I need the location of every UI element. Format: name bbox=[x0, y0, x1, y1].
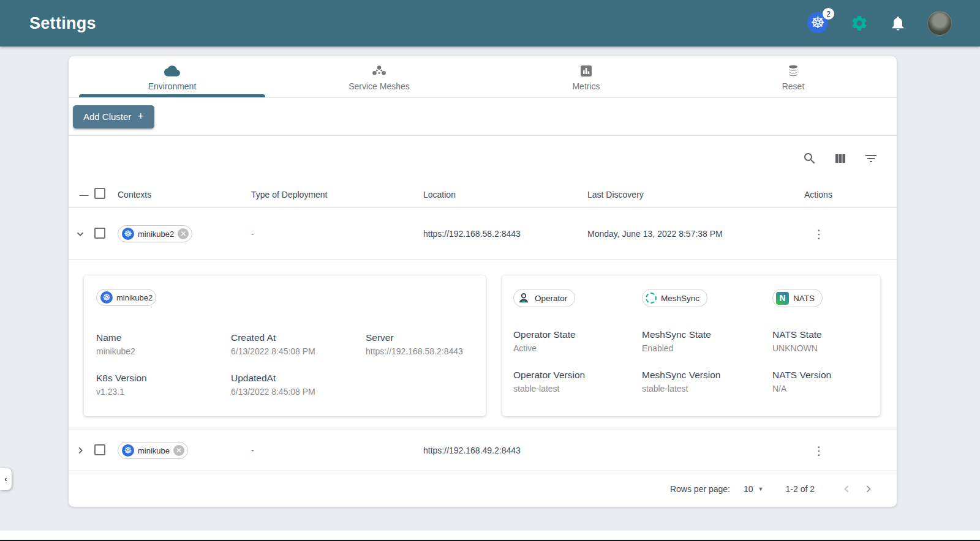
search-icon[interactable] bbox=[802, 151, 817, 166]
column-header-location[interactable]: Location bbox=[423, 190, 587, 200]
kubernetes-icon: ☸ bbox=[122, 228, 134, 240]
tab-label: Reset bbox=[782, 81, 805, 91]
context-chip[interactable]: ☸ minikube2 bbox=[96, 289, 156, 306]
notifications-bell-icon[interactable] bbox=[889, 15, 907, 32]
kubernetes-context-button[interactable]: ☸ 2 bbox=[807, 12, 829, 34]
detail-field-created-at: Created At 6/13/2022 8:45:08 PM bbox=[231, 332, 366, 356]
kubernetes-icon: ☸ bbox=[122, 444, 134, 457]
operator-chip[interactable]: Operator bbox=[513, 289, 575, 307]
column-header-last-discovery[interactable]: Last Discovery bbox=[587, 190, 804, 200]
next-page-button[interactable] bbox=[858, 478, 880, 500]
filter-icon[interactable] bbox=[864, 151, 878, 166]
tab-reset[interactable]: Reset bbox=[690, 56, 897, 97]
plus-icon: + bbox=[137, 110, 144, 123]
location-cell: https://192.168.58.2:8443 bbox=[423, 229, 587, 239]
settings-panel: Environment Service Meshes Metrics Reset… bbox=[69, 56, 897, 507]
tab-label: Service Meshes bbox=[349, 81, 410, 91]
select-all-checkbox[interactable] bbox=[94, 188, 105, 199]
active-tab-indicator bbox=[79, 94, 265, 97]
detail-field-k8s-version: K8s Version v1.23.1 bbox=[96, 373, 231, 397]
table-header-row: — Contexts Type of Deployment Location L… bbox=[69, 181, 897, 208]
deselect-all-icon[interactable]: — bbox=[74, 189, 94, 200]
row-checkbox[interactable] bbox=[94, 228, 105, 239]
user-avatar[interactable] bbox=[927, 11, 952, 35]
table-row: ☸ minikube2 ✕ - https://192.168.58.2:844… bbox=[69, 208, 897, 260]
table-toolbar bbox=[69, 136, 897, 181]
app-header: Settings ☸ 2 bbox=[0, 0, 980, 47]
pagination-range: 1-2 of 2 bbox=[786, 484, 815, 494]
column-header-actions: Actions bbox=[804, 190, 897, 200]
detail-field-meshsync-state: MeshSync State Enabled bbox=[642, 329, 772, 353]
detail-field-updated-at: UpdatedAt 6/13/2022 8:45:08 PM bbox=[231, 373, 366, 397]
database-icon bbox=[785, 63, 801, 79]
detail-field-nats-version: NATS Version N/A bbox=[772, 370, 869, 394]
tab-label: Environment bbox=[148, 81, 197, 91]
chevron-down-icon: ▼ bbox=[758, 486, 764, 492]
nats-logo-icon: N bbox=[776, 292, 789, 305]
context-chip[interactable]: ☸ minikube ✕ bbox=[118, 442, 188, 459]
detail-field-name: Name minikube2 bbox=[96, 332, 231, 356]
add-cluster-button[interactable]: Add Cluster + bbox=[73, 105, 154, 129]
row-actions-menu-icon[interactable]: ⋮ bbox=[812, 227, 826, 241]
type-of-deployment-cell: - bbox=[251, 229, 423, 239]
service-mesh-icon bbox=[371, 63, 387, 79]
meshsync-chip[interactable]: MeshSync bbox=[642, 289, 707, 307]
settings-gear-icon[interactable] bbox=[850, 14, 869, 32]
tab-environment[interactable]: Environment bbox=[69, 56, 276, 97]
bar-chart-icon bbox=[578, 63, 594, 79]
context-detail-card: ☸ minikube2 Name minikube2 Created At 6/… bbox=[84, 275, 486, 416]
column-header-contexts[interactable]: Contexts bbox=[118, 190, 251, 200]
detail-field-nats-state: NATS State UNKNOWN bbox=[772, 329, 869, 353]
detail-field-operator-state: Operator State Active bbox=[513, 329, 642, 353]
kubernetes-icon: ☸ bbox=[100, 291, 113, 304]
meshsync-dashed-circle-icon bbox=[646, 293, 657, 304]
row-actions-menu-icon[interactable]: ⋮ bbox=[812, 444, 826, 458]
expand-row-icon[interactable] bbox=[74, 444, 87, 457]
page-title: Settings bbox=[29, 14, 96, 33]
location-cell: https://192.168.49.2:8443 bbox=[423, 446, 587, 455]
chip-delete-icon[interactable]: ✕ bbox=[178, 228, 189, 239]
actions-bar: Add Cluster + bbox=[69, 98, 897, 136]
last-discovery-cell: Monday, June 13, 2022 8:57:38 PM bbox=[587, 229, 804, 239]
type-of-deployment-cell: - bbox=[251, 446, 423, 455]
table-row: ☸ minikube ✕ - https://192.168.49.2:8443… bbox=[69, 430, 897, 471]
detail-field-operator-version: Operator Version stable-latest bbox=[513, 370, 642, 394]
detail-field-meshsync-version: MeshSync Version stable-latest bbox=[642, 370, 772, 394]
tab-service-meshes[interactable]: Service Meshes bbox=[276, 56, 483, 97]
tab-metrics[interactable]: Metrics bbox=[483, 56, 690, 97]
chevron-left-icon: ‹ bbox=[5, 475, 7, 483]
rows-per-page-label: Rows per page: bbox=[670, 484, 730, 494]
kubernetes-badge: 2 bbox=[823, 8, 834, 20]
operator-person-icon bbox=[517, 291, 530, 305]
sidebar-expand-handle[interactable]: ‹ bbox=[0, 468, 12, 490]
cloud-icon bbox=[164, 63, 180, 79]
column-header-type[interactable]: Type of Deployment bbox=[251, 190, 423, 200]
detail-field-server: Server https://192.168.58.2:8443 bbox=[366, 332, 473, 356]
context-chip[interactable]: ☸ minikube2 ✕ bbox=[118, 225, 192, 242]
collapse-row-icon[interactable] bbox=[74, 227, 87, 241]
row-checkbox[interactable] bbox=[94, 444, 105, 455]
rows-per-page-select[interactable]: 10 ▼ bbox=[744, 484, 764, 494]
window-bottom-strip bbox=[0, 531, 980, 540]
tab-label: Metrics bbox=[572, 81, 600, 91]
view-columns-icon[interactable] bbox=[833, 151, 848, 166]
chip-delete-icon[interactable]: ✕ bbox=[173, 445, 184, 456]
previous-page-button[interactable] bbox=[835, 478, 858, 500]
row-detail-panel: ☸ minikube2 Name minikube2 Created At 6/… bbox=[69, 260, 897, 430]
nats-chip[interactable]: N NATS bbox=[772, 289, 823, 307]
table-pagination: Rows per page: 10 ▼ 1-2 of 2 bbox=[69, 471, 897, 506]
settings-tabs: Environment Service Meshes Metrics Reset bbox=[69, 56, 897, 98]
operator-detail-card: Operator MeshSync N NATS Operator State … bbox=[502, 275, 880, 416]
